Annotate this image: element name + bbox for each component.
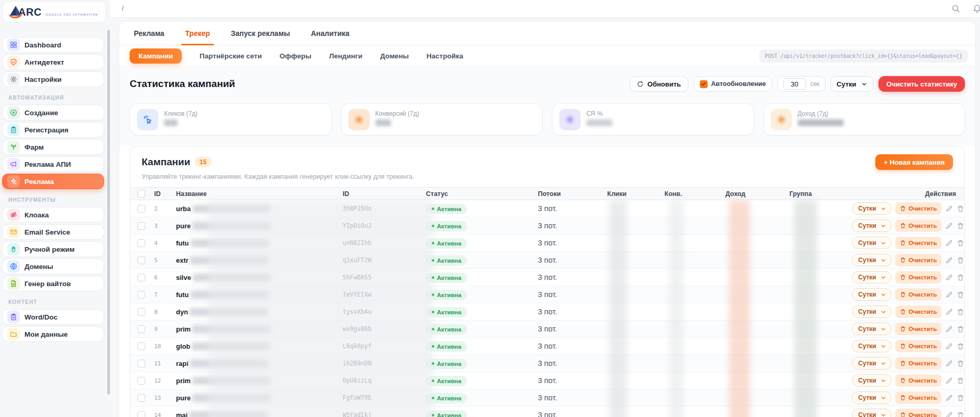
sidebar-item[interactable]: Реклама [2, 174, 104, 189]
nav-tab[interactable]: Трекер [185, 29, 210, 38]
row-checkbox[interactable] [137, 256, 145, 264]
tracker-subtab[interactable]: Офферы [280, 52, 311, 60]
row-period-select[interactable]: Сутки [852, 374, 891, 387]
row-checkbox[interactable] [137, 291, 145, 299]
row-period-select[interactable]: Сутки [852, 409, 891, 417]
sidebar-item[interactable]: Dashboard [2, 37, 104, 53]
sidebar-scrollbar[interactable] [107, 30, 110, 395]
sidebar-item[interactable]: Регистрация [2, 122, 104, 138]
edit-icon[interactable] [945, 291, 953, 299]
row-period-select[interactable]: Сутки [852, 254, 891, 266]
search-icon[interactable] [951, 4, 960, 13]
row-checkbox[interactable] [137, 205, 145, 213]
edit-icon[interactable] [945, 394, 953, 402]
row-period-select[interactable]: Сутки [852, 391, 891, 404]
row-clear-button[interactable]: Очистить [895, 288, 942, 301]
edit-icon[interactable] [945, 308, 953, 316]
row-clear-button[interactable]: Очистить [895, 357, 942, 370]
nav-tab[interactable]: Аналитика [311, 29, 349, 38]
row-period-select[interactable]: Сутки [852, 340, 891, 352]
row-checkbox[interactable] [137, 394, 145, 402]
edit-icon[interactable] [945, 411, 953, 417]
row-clear-button[interactable]: Очистить [895, 271, 942, 284]
delete-icon[interactable] [957, 291, 964, 299]
edit-icon[interactable] [945, 205, 953, 213]
edit-icon[interactable] [945, 239, 953, 247]
sidebar-item[interactable]: Генер вайтов [2, 276, 104, 291]
row-clear-button[interactable]: Очистить [895, 409, 942, 417]
tracker-subtab[interactable]: Партнёрские сети [199, 52, 261, 60]
sidebar-item[interactable]: Ручной режим [2, 241, 104, 257]
tracker-subtab[interactable]: Кампании [130, 48, 182, 64]
delete-icon[interactable] [957, 342, 964, 350]
row-clear-button[interactable]: Очистить [895, 391, 942, 404]
delete-icon[interactable] [957, 308, 964, 316]
delete-icon[interactable] [957, 274, 964, 281]
sidebar-item[interactable]: Фарм [2, 139, 104, 155]
edit-icon[interactable] [945, 222, 953, 230]
row-checkbox[interactable] [137, 377, 145, 385]
autorefresh-checkbox[interactable] [700, 80, 708, 88]
sidebar-item[interactable]: Мои данные [2, 326, 104, 342]
sidebar-item[interactable]: Антидетект [2, 54, 104, 70]
nav-tab[interactable]: Запуск рекламы [231, 29, 290, 38]
select-all-checkbox[interactable] [137, 190, 145, 198]
autorefresh-toggle[interactable]: Автообновление [694, 76, 772, 92]
row-clear-button[interactable]: Очистить [895, 340, 942, 352]
tracker-subtab[interactable]: Лендинги [329, 52, 362, 60]
row-clear-button[interactable]: Очистить [895, 254, 942, 266]
row-clear-button[interactable]: Очистить [895, 374, 942, 387]
sidebar-item[interactable]: Домены [2, 259, 104, 274]
delete-icon[interactable] [957, 325, 964, 333]
tracker-subtab[interactable]: Настройка [426, 52, 463, 60]
sidebar-item[interactable]: Клоака [2, 207, 104, 223]
sidebar-item[interactable]: Настройки [2, 71, 104, 87]
delete-icon[interactable] [957, 239, 964, 247]
edit-icon[interactable] [945, 274, 953, 281]
edit-icon[interactable] [945, 256, 953, 264]
delete-icon[interactable] [957, 256, 964, 264]
row-clear-button[interactable]: Очистить [895, 323, 942, 335]
row-checkbox[interactable] [137, 411, 145, 417]
sidebar-item[interactable]: Email Service [2, 224, 104, 240]
row-checkbox[interactable] [137, 274, 145, 281]
new-campaign-button[interactable]: + Новая кампания [875, 154, 953, 170]
row-period-select[interactable]: Сутки [852, 237, 891, 249]
row-checkbox[interactable] [137, 360, 145, 367]
row-period-select[interactable]: Сутки [852, 323, 891, 335]
sidebar-item[interactable]: Создание [2, 105, 104, 120]
tracker-subtab[interactable]: Домены [380, 52, 409, 60]
row-clear-button[interactable]: Очистить [895, 219, 942, 232]
delete-icon[interactable] [957, 222, 964, 230]
row-period-select[interactable]: Сутки [852, 202, 891, 215]
sidebar-item[interactable]: Word/Doc [2, 309, 104, 325]
sidebar-item[interactable]: Реклама АПИ [2, 156, 104, 172]
row-period-select[interactable]: Сутки [852, 219, 891, 232]
row-checkbox[interactable] [137, 342, 145, 350]
row-clear-button[interactable]: Очистить [895, 237, 942, 249]
nav-tab[interactable]: Реклама [134, 29, 165, 38]
delete-icon[interactable] [957, 377, 964, 385]
refresh-button[interactable]: Обновить [630, 76, 688, 92]
clear-stats-button[interactable]: Очистить статистику [878, 76, 965, 92]
row-period-select[interactable]: Сутки [852, 357, 891, 370]
delete-icon[interactable] [957, 394, 964, 402]
edit-icon[interactable] [945, 360, 953, 367]
row-checkbox[interactable] [137, 308, 145, 316]
edit-icon[interactable] [945, 377, 953, 385]
row-checkbox[interactable] [137, 325, 145, 333]
row-checkbox[interactable] [137, 239, 145, 247]
delete-icon[interactable] [957, 205, 964, 213]
edit-icon[interactable] [945, 342, 953, 350]
row-period-select[interactable]: Сутки [852, 305, 891, 318]
period-select[interactable]: Сутки [831, 76, 874, 92]
row-clear-button[interactable]: Очистить [895, 305, 942, 318]
edit-icon[interactable] [945, 325, 953, 333]
brand-logo[interactable]: ARC GOOGLE ADS AUTOMATION [2, 1, 106, 23]
row-clear-button[interactable]: Очистить [895, 202, 942, 215]
row-period-select[interactable]: Сутки [852, 288, 891, 301]
delete-icon[interactable] [957, 411, 964, 417]
bell-icon[interactable] [973, 4, 980, 13]
delete-icon[interactable] [957, 360, 964, 367]
row-checkbox[interactable] [137, 222, 145, 230]
